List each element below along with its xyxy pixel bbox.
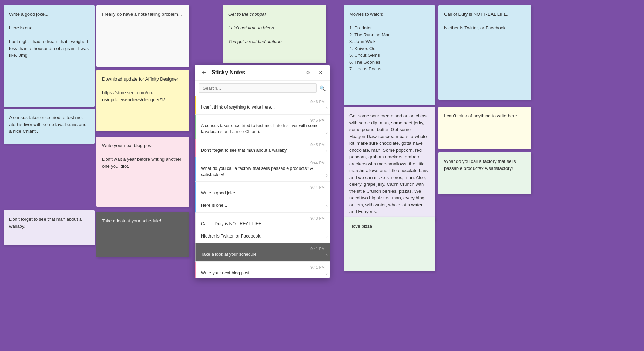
sticky-note-note4: Movies to watch: 1. Predator 2. The Runn… xyxy=(344,5,435,105)
note-text: Call of Duty is NOT REAL LIFE. Niether i… xyxy=(201,221,325,240)
sticky-note-note11: Don't forget to see that man about a wal… xyxy=(4,210,95,245)
note-time: 9:46 PM xyxy=(201,99,325,104)
sticky-note-note1: Write a good joke... Here is one... Last… xyxy=(4,5,95,107)
note-arrow-icon: › xyxy=(326,270,328,276)
close-button[interactable]: ✕ xyxy=(316,68,326,77)
sticky-note-note3: Get to the choppa! I ain't got time to b… xyxy=(223,5,326,63)
note-text: Write your next blog post. xyxy=(201,270,325,276)
note-time: 9:45 PM xyxy=(201,143,325,147)
sticky-note-note12: Take a look at your schedule! xyxy=(96,212,189,257)
sticky-note-note8: Get some sour cream and onion chips with… xyxy=(344,107,435,221)
note-list-item[interactable]: 9:46 PM I can't think of anything to wri… xyxy=(195,96,330,115)
search-bar: 🔍 xyxy=(195,81,330,96)
sticky-note-note5: Call of Duty is NOT REAL LIFE. Niether i… xyxy=(438,5,531,100)
sticky-note-note14: What do you call a factory that sells pa… xyxy=(438,152,531,194)
app-title: Sticky Notes xyxy=(212,69,300,76)
note-list-item[interactable]: 9:44 PM What do you call a factory that … xyxy=(195,157,330,182)
new-note-button[interactable]: + xyxy=(199,68,209,77)
note-arrow-icon: › xyxy=(326,105,328,111)
note-list-item[interactable]: 9:44 PM Write a good joke... Here is one… xyxy=(195,182,330,213)
search-input[interactable] xyxy=(199,83,317,93)
note-text: Take a look at your schedule! xyxy=(201,252,325,258)
note-list-item[interactable]: 9:41 PM Take a look at your schedule! › xyxy=(195,243,330,262)
search-icon: 🔍 xyxy=(320,85,326,91)
note-text: A census taker once tried to test me. I … xyxy=(201,123,325,135)
sticky-note-note13: I love pizza. xyxy=(344,217,435,271)
note-time: 9:41 PM xyxy=(201,265,325,269)
sticky-notes-app[interactable]: + Sticky Notes ⚙ ✕ 🔍 9:46 PM I can't thi… xyxy=(195,65,330,278)
note-arrow-icon: › xyxy=(326,234,328,239)
note-text: Don't forget to see that man about a wal… xyxy=(201,147,325,154)
note-arrow-icon: › xyxy=(326,172,328,178)
note-text: I can't think of anything to write here.… xyxy=(201,104,325,111)
notes-list: 9:46 PM I can't think of anything to wri… xyxy=(195,96,330,278)
note-text: Write a good joke... Here is one... xyxy=(201,190,325,209)
note-text: What do you call a factory that sells pa… xyxy=(201,166,325,178)
note-time: 9:43 PM xyxy=(201,216,325,220)
note-arrow-icon: › xyxy=(326,130,328,135)
note-list-item[interactable]: 9:45 PM Don't forget to see that man abo… xyxy=(195,139,330,158)
sticky-note-note6: Download update for Affinity Designer ht… xyxy=(96,70,189,131)
note-time: 9:44 PM xyxy=(201,185,325,190)
settings-button[interactable]: ⚙ xyxy=(303,68,313,77)
app-titlebar: + Sticky Notes ⚙ ✕ xyxy=(195,65,330,81)
sticky-note-note9: I can't think of anything to write here.… xyxy=(438,107,531,149)
note-arrow-icon: › xyxy=(326,252,328,258)
sticky-note-note7: A census taker once tried to test me. I … xyxy=(4,109,95,144)
note-time: 9:45 PM xyxy=(201,118,325,122)
sticky-note-note10: Write your next blog post. Don't wait a … xyxy=(96,137,189,207)
note-time: 9:41 PM xyxy=(201,247,325,251)
note-time: 9:44 PM xyxy=(201,161,325,165)
note-list-item[interactable]: 9:43 PM Call of Duty is NOT REAL LIFE. N… xyxy=(195,213,330,243)
sticky-note-note2: I really do have a note taking problem..… xyxy=(96,5,189,67)
note-arrow-icon: › xyxy=(326,203,328,209)
note-arrow-icon: › xyxy=(326,148,328,153)
note-list-item[interactable]: 9:41 PM Write your next blog post. › xyxy=(195,262,330,279)
note-list-item[interactable]: 9:45 PM A census taker once tried to tes… xyxy=(195,115,330,139)
